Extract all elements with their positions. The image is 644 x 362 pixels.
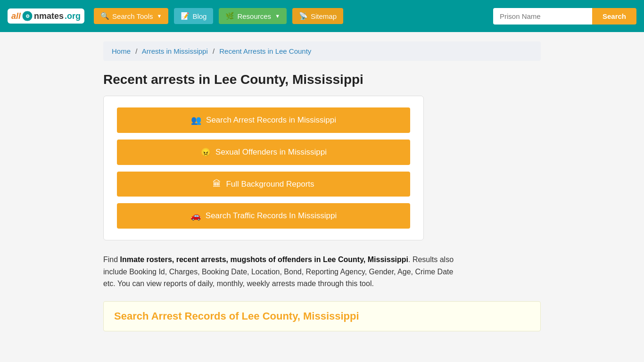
resources-chevron-icon: ▼ (275, 13, 280, 19)
search-arrest-records-button[interactable]: 👥 Search Arrest Records in Mississippi (117, 107, 410, 133)
action-buttons-card: 👥 Search Arrest Records in Mississippi 😠… (103, 96, 424, 240)
header-search: Search (493, 8, 636, 25)
breadcrumb-sep1: / (135, 47, 137, 55)
search-tools-button[interactable]: 🔍 Search Tools ▼ (94, 8, 168, 24)
people-icon: 👥 (191, 115, 201, 125)
description: Find Inmate rosters, recent arrests, mug… (103, 254, 462, 290)
breadcrumb-current[interactable]: Recent Arrests in Lee County (219, 47, 311, 55)
breadcrumb-arrests[interactable]: Arrests in Mississippi (142, 47, 208, 55)
section-card: Search Arrest Records of Lee County, Mis… (103, 301, 541, 331)
search-tools-label: Search Tools (112, 12, 153, 20)
background-reports-label: Full Background Reports (226, 180, 314, 189)
breadcrumb-sep2: / (213, 47, 215, 55)
breadcrumb-home[interactable]: Home (112, 47, 131, 55)
traffic-records-label: Search Traffic Records In Mississippi (206, 211, 337, 221)
resources-button[interactable]: 🌿 Resources ▼ (219, 8, 287, 24)
building-icon: 🏛 (213, 179, 221, 189)
logo-icon: ⚙ (22, 10, 33, 22)
header-search-button[interactable]: Search (592, 8, 636, 25)
header: all ⚙ nmates .org 🔍 Search Tools ▼ 📝 Blo… (0, 0, 644, 32)
description-start: Find (103, 255, 120, 263)
page-title: Recent arrests in Lee County, Mississipp… (103, 72, 541, 87)
logo-inmates: nmates (34, 11, 64, 21)
resources-label: Resources (237, 12, 271, 20)
sexual-offenders-button[interactable]: 😠 Sexual Offenders in Mississippi (117, 140, 410, 165)
logo-org: .org (65, 11, 81, 21)
logo[interactable]: all ⚙ nmates .org (8, 8, 84, 24)
offender-icon: 😠 (200, 147, 211, 157)
car-icon: 🚗 (190, 211, 201, 221)
search-arrest-label: Search Arrest Records in Mississippi (206, 115, 336, 125)
resources-icon: 🌿 (225, 12, 234, 20)
sitemap-button[interactable]: 📡 Sitemap (292, 8, 343, 24)
traffic-records-button[interactable]: 🚗 Search Traffic Records In Mississippi (117, 203, 410, 229)
section-card-title: Search Arrest Records of Lee County, Mis… (114, 310, 530, 322)
chevron-down-icon: ▼ (157, 13, 162, 19)
blog-label: Blog (192, 12, 206, 20)
sexual-offenders-label: Sexual Offenders in Mississippi (215, 148, 327, 157)
background-reports-button[interactable]: 🏛 Full Background Reports (117, 172, 410, 197)
main-content: Home / Arrests in Mississippi / Recent A… (96, 32, 548, 341)
sitemap-icon: 📡 (299, 12, 308, 20)
breadcrumb: Home / Arrests in Mississippi / Recent A… (103, 41, 541, 61)
description-bold: Inmate rosters, recent arrests, mugshots… (120, 255, 408, 263)
svg-text:⚙: ⚙ (25, 14, 30, 19)
blog-button[interactable]: 📝 Blog (174, 8, 213, 24)
logo-all: all (11, 11, 21, 21)
blog-icon: 📝 (181, 12, 190, 20)
search-tools-icon: 🔍 (100, 12, 109, 20)
sitemap-label: Sitemap (311, 12, 337, 20)
prison-name-input[interactable] (493, 8, 592, 25)
